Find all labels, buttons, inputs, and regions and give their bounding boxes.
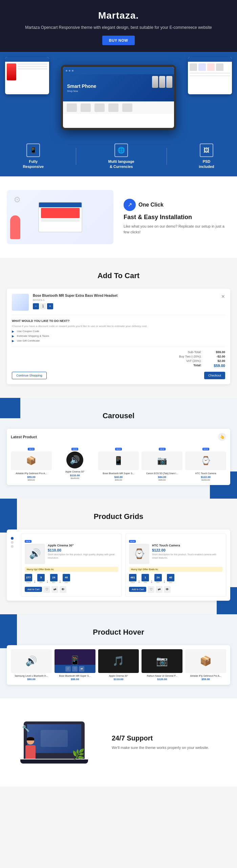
cart-item-row: Bose Bluetooth MR Super Extra Bass Wired… [12,294,225,315]
quick-view-button[interactable]: 👁 [164,586,171,593]
grid-actions: Add to Cart ♡ ⇄ 👁 [129,586,222,593]
preview-info [18,63,47,80]
timer-mins: 24 Min [50,574,58,583]
product-info: Apple Cinema 30" $110.00 Short descripti… [48,544,118,564]
person-body [25,745,36,759]
coupon-option[interactable]: ▶ [12,330,14,333]
days-value: 481 [129,574,136,581]
cart-totals: Sub-Total: $59.00 Buy Two (-20%): -$2.00… [12,347,225,368]
carousel-item: NEW 🔊 Apple Cinema 30" $110.00 $130.00 [55,445,95,481]
one-click-heading: Fast & Easy Installation [124,214,230,221]
secs-label: Sec [169,581,172,583]
feature-divider [76,148,76,165]
product-name: Airtable IFly Getimout Pro A... [185,675,226,677]
cart-overlay-icon[interactable]: 🛒 [65,666,71,672]
product-item [121,103,133,112]
mins-value: 24 [154,574,162,581]
tablet-nav [63,67,174,74]
shipping-option[interactable]: ▶ [12,334,14,338]
tablet-mockup: Smart Phone Shop Now [61,65,176,130]
tablet-showcase: Smart Phone Shop Now [0,52,237,137]
compare-overlay-icon[interactable]: ⇄ [79,666,84,672]
mins-label: Min [52,581,56,583]
buy-now-button[interactable]: BUY NOW [102,36,135,45]
product-price: $59.00 [185,678,226,681]
product-item [107,103,119,112]
wish-overlay-icon[interactable]: ♡ [72,666,78,672]
qty-value: 1 [40,303,46,309]
cart-product-image [12,294,29,311]
product-price: $99.00 [55,678,95,681]
carousel-section: Carousel Latest Product 👆 NEW 📦 Airtable… [0,398,237,499]
coupon-label: Use Coupon Code [17,330,39,333]
grids-mockup: NEW 🔊 Apple Cinema 30" $110.00 Short des… [7,529,230,601]
product-name: Apple Cinema 30" [98,675,139,677]
banner-content: Smart Phone Shop Now [67,83,96,92]
product-image: 📱 [98,451,139,470]
wishlist-button[interactable]: ♡ [148,586,154,593]
product-name: Apple Cinema 30" [48,544,118,547]
timer-hours: 5 Hrs [37,574,45,583]
brand-subtitle: Martaza Opencart Responsive theme with e… [7,24,230,31]
product-box [108,103,118,112]
timer-hours: 1 Hrs [142,574,149,583]
add-to-cart-button[interactable]: Add to Cart [129,587,146,592]
product-box [81,103,91,112]
carousel-nav-button[interactable]: 👆 [218,433,226,441]
vat-value: $2.00 [208,359,225,363]
continue-shopping-button[interactable]: Continue Shopping [12,372,47,379]
qty-plus-button[interactable]: + [47,303,53,309]
shipping-label: Estimate Shipping & Taxes [17,334,49,338]
product-name: HTC Touch Camera [152,544,222,547]
phone-img [152,76,158,88]
qty-minus-button[interactable]: − [33,303,39,309]
cart-section: Add To Cart Bose Bluetooth MR Super Extr… [0,258,237,398]
product-image: ⌚ [129,544,149,564]
add-to-cart-button[interactable]: Add to Cart [25,587,42,592]
cart-options: ▶ Estimate Shipping & Taxes [12,334,225,338]
timer-mins: 24 Min [154,574,162,583]
nav-dot [69,70,70,72]
grids-row: NEW 🔊 Apple Cinema 30" $110.00 Short des… [11,534,226,597]
secs-value: 40 [167,574,174,581]
one-click-label: One Click [138,202,164,208]
timer-sep: : [151,580,152,583]
timer-sep: : [34,580,35,583]
product-name: Airtable IFly Getimout Pro A... [11,472,52,475]
hurry-bar: Hurry Up! Offer Ends In: [129,567,222,572]
carousel-section-title: Carousel [7,411,230,420]
timer-days: 277 Days [25,574,32,583]
hover-product: 🔊 Samsung Level u Bluetooth H... $90.00 [11,649,52,681]
product-item [93,103,105,112]
grid-side-nav [11,534,18,597]
cart-qty-controls: − 1 + [33,303,217,309]
compare-button[interactable]: ⇄ [51,586,58,593]
hover-products: 🔊 Samsung Level u Bluetooth H... $90.00 … [11,649,226,681]
support-text: 24/7 Support We'll make sure the theme w… [112,734,230,751]
cart-question-desc: Choose if you have a discount code or re… [12,325,225,328]
new-badge: NEW [115,448,122,450]
cart-actions: Continue Shopping Checkout [12,372,225,379]
preview-item [198,63,206,71]
left-preview [5,57,49,94]
grids-section-title: Product Grids [7,512,230,521]
secs-label: Sec [65,581,68,583]
cart-remove-button[interactable]: ✕ [221,294,225,299]
person-left [10,215,20,239]
product-price: $122.00 [152,548,222,552]
brand-title: Martaza. [7,10,230,21]
product-price: $84.00 [142,476,182,479]
tablet-products [63,101,174,114]
checkout-button[interactable]: Checkout [204,372,225,379]
hours-label: Hrs [144,581,147,583]
compare-button[interactable]: ⇄ [156,586,163,593]
quick-view-button[interactable]: 👁 [60,586,66,593]
nav-dot [11,541,14,544]
gift-option[interactable]: ▶ [12,339,14,343]
preview-line [18,66,47,67]
wishlist-button[interactable]: ♡ [43,586,50,593]
cart-question-label: WHAT WOULD YOU LIKE TO DO NEXT? [12,319,225,323]
preview-header [188,57,232,62]
screen-content [41,208,80,218]
phone-img [159,76,165,88]
